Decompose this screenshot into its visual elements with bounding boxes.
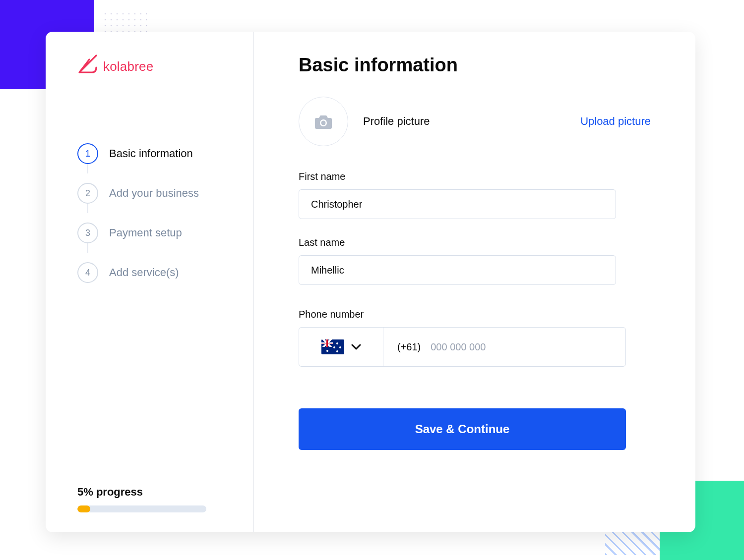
progress-block: 5% progress xyxy=(77,486,222,512)
last-name-field: Last name xyxy=(299,237,651,285)
save-continue-button[interactable]: Save & Continue xyxy=(299,408,626,450)
step-number: 3 xyxy=(77,223,98,243)
last-name-input[interactable] xyxy=(299,255,616,285)
step-label: Payment setup xyxy=(109,226,182,239)
avatar-placeholder[interactable] xyxy=(299,97,348,146)
phone-field: Phone number (+61) xyxy=(299,309,651,367)
phone-input-group: (+61) xyxy=(299,327,626,367)
onboarding-card: kolabree 1 Basic information 2 Add your … xyxy=(46,32,695,532)
last-name-label: Last name xyxy=(299,237,651,248)
camera-icon xyxy=(313,113,333,130)
phone-label: Phone number xyxy=(299,309,651,320)
profile-picture-row: Profile picture Upload picture xyxy=(299,97,651,146)
step-number: 1 xyxy=(77,143,98,164)
first-name-input[interactable] xyxy=(299,189,616,219)
step-payment-setup[interactable]: 3 Payment setup xyxy=(77,213,222,253)
first-name-label: First name xyxy=(299,171,651,182)
svg-point-1 xyxy=(321,121,326,125)
sidebar: kolabree 1 Basic information 2 Add your … xyxy=(46,32,254,532)
upload-picture-link[interactable]: Upload picture xyxy=(580,115,651,128)
country-code-select[interactable] xyxy=(299,328,383,366)
step-number: 2 xyxy=(77,183,98,204)
dial-code: (+61) xyxy=(397,341,421,353)
brand-logo: kolabree xyxy=(77,53,222,74)
progress-bar xyxy=(77,505,206,512)
australia-flag-icon xyxy=(321,339,344,354)
step-label: Basic information xyxy=(109,147,193,160)
brand-name: kolabree xyxy=(103,59,153,74)
main-panel: Basic information Profile picture Upload… xyxy=(254,32,695,532)
first-name-field: First name xyxy=(299,171,651,219)
phone-number-input[interactable] xyxy=(431,341,612,353)
step-label: Add your business xyxy=(109,187,199,200)
step-add-services[interactable]: 4 Add service(s) xyxy=(77,253,222,292)
progress-label: 5% progress xyxy=(77,486,222,499)
profile-picture-label: Profile picture xyxy=(363,115,430,128)
chevron-down-icon xyxy=(351,344,361,350)
step-add-your-business[interactable]: 2 Add your business xyxy=(77,173,222,213)
step-label: Add service(s) xyxy=(109,266,179,279)
step-list: 1 Basic information 2 Add your business … xyxy=(77,134,222,292)
progress-fill xyxy=(77,505,90,512)
step-basic-information[interactable]: 1 Basic information xyxy=(77,134,222,173)
kolabree-logo-icon xyxy=(77,53,99,74)
page-title: Basic information xyxy=(299,55,651,76)
step-number: 4 xyxy=(77,262,98,283)
